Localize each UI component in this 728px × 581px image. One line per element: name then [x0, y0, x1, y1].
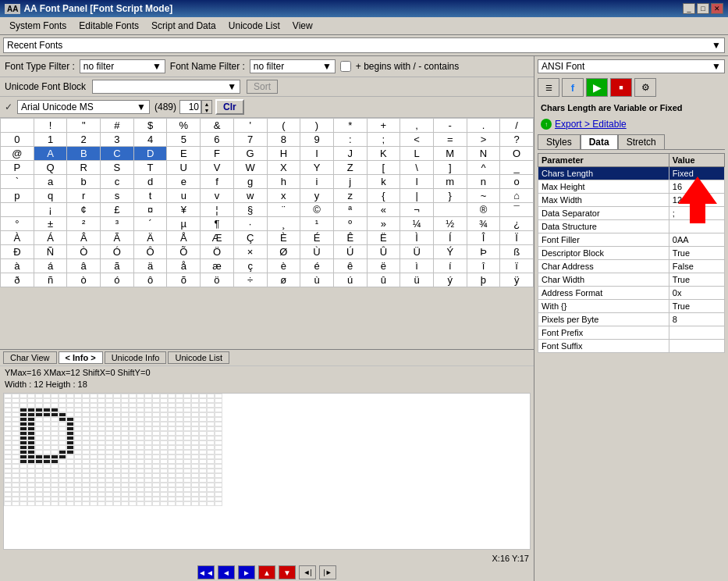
char-cell[interactable]: Ñ	[34, 245, 67, 259]
spin-up-button[interactable]: ▲	[202, 101, 211, 107]
char-cell[interactable]: e	[167, 175, 201, 189]
char-cell[interactable]: Ô	[133, 245, 167, 259]
pixel-cell[interactable]	[137, 501, 144, 506]
char-cell[interactable]: *	[333, 119, 367, 133]
char-cell[interactable]: á	[34, 259, 67, 273]
char-cell[interactable]: [	[367, 161, 400, 175]
char-cell[interactable]: %	[167, 119, 201, 133]
char-cell[interactable]: Æ	[201, 231, 234, 245]
rt-btn-fb[interactable]: f	[562, 78, 584, 97]
pixel-cell[interactable]	[35, 501, 43, 506]
char-cell[interactable]: 5	[167, 133, 201, 147]
export-link[interactable]: Export > Editable	[555, 119, 627, 130]
char-cell[interactable]: ÿ	[500, 273, 534, 287]
char-cell[interactable]: B	[67, 147, 101, 161]
pixel-cell[interactable]	[176, 501, 183, 506]
char-cell[interactable]: É	[300, 231, 334, 245]
char-cell[interactable]: 7	[233, 133, 267, 147]
pixel-cell[interactable]	[199, 501, 207, 506]
char-cell[interactable]: ·	[233, 217, 267, 231]
char-cell[interactable]: Ä	[133, 231, 167, 245]
char-cell[interactable]: Ë	[367, 231, 400, 245]
table-row[interactable]: Font Filler0AA	[538, 233, 725, 247]
char-cell[interactable]: 4	[133, 133, 167, 147]
minimize-button[interactable]: _	[683, 3, 695, 14]
char-cell[interactable]: Ó	[101, 245, 134, 259]
char-cell[interactable]: o	[500, 175, 534, 189]
char-cell[interactable]: Y	[300, 161, 334, 175]
table-row[interactable]: Font Suffix	[538, 340, 725, 353]
char-cell[interactable]: A	[34, 147, 67, 161]
char-cell[interactable]: V	[201, 161, 234, 175]
pixel-cell[interactable]	[51, 501, 59, 506]
menu-script-and-data[interactable]: Script and Data	[145, 19, 222, 33]
char-cell[interactable]: ]	[433, 161, 467, 175]
pixel-cell[interactable]	[105, 501, 113, 506]
char-cell[interactable]: l	[400, 175, 434, 189]
char-cell[interactable]: ¼	[400, 217, 434, 231]
char-cell[interactable]: T	[133, 161, 167, 175]
pixel-cell[interactable]	[183, 501, 191, 506]
char-cell[interactable]: Û	[367, 245, 400, 259]
char-cell[interactable]: O	[500, 147, 534, 161]
char-cell[interactable]: 1	[34, 133, 67, 147]
char-cell[interactable]: R	[67, 161, 101, 175]
font-name-dropdown[interactable]: no filter ▼	[250, 59, 336, 73]
char-cell[interactable]: F	[201, 147, 234, 161]
char-cell[interactable]: ñ	[34, 273, 67, 287]
char-cell[interactable]: æ	[201, 259, 234, 273]
char-cell[interactable]: v	[201, 189, 234, 203]
char-cell[interactable]: é	[300, 259, 334, 273]
char-cell[interactable]: ­	[433, 203, 467, 217]
char-cell[interactable]: ½	[433, 217, 467, 231]
char-cell[interactable]: ;	[367, 133, 400, 147]
char-cell[interactable]	[1, 203, 34, 217]
char-cell[interactable]: 2	[67, 133, 101, 147]
pixel-cell[interactable]	[90, 501, 98, 506]
char-cell[interactable]: M	[433, 147, 467, 161]
char-cell[interactable]: (	[267, 119, 300, 133]
pixel-cell[interactable]	[66, 501, 74, 506]
char-cell[interactable]: Í	[433, 231, 467, 245]
pixel-cell[interactable]	[113, 501, 121, 506]
char-cell[interactable]: ç	[233, 259, 267, 273]
char-cell[interactable]: 6	[201, 133, 234, 147]
char-cell[interactable]: ü	[400, 273, 434, 287]
char-cell[interactable]: Á	[34, 231, 67, 245]
table-row[interactable]: With {}True	[538, 300, 725, 313]
menu-view[interactable]: View	[286, 19, 319, 33]
char-cell[interactable]: X	[267, 161, 300, 175]
char-cell[interactable]: ¯	[500, 203, 534, 217]
char-cell[interactable]: <	[400, 133, 434, 147]
rt-btn-menu[interactable]: ☰	[538, 78, 559, 97]
char-cell[interactable]: H	[267, 147, 300, 161]
char-cell[interactable]: Þ	[467, 245, 500, 259]
char-cell[interactable]: Z	[333, 161, 367, 175]
char-cell[interactable]: ¥	[167, 203, 201, 217]
char-cell[interactable]: ã	[101, 259, 134, 273]
char-cell[interactable]: @	[1, 147, 34, 161]
pixel-cell[interactable]	[43, 501, 51, 506]
nav-btn-3[interactable]: ►	[238, 565, 255, 579]
font-type-dropdown[interactable]: no filter ▼	[80, 59, 165, 73]
char-cell[interactable]: °	[1, 217, 34, 231]
char-cell[interactable]: '	[233, 119, 267, 133]
char-cell[interactable]: b	[67, 175, 101, 189]
char-cell[interactable]: x	[267, 189, 300, 203]
char-cell[interactable]: ÷	[233, 273, 267, 287]
char-cell[interactable]: /	[500, 119, 534, 133]
nav-btn-1[interactable]: ◄◄	[197, 565, 215, 579]
char-cell[interactable]: +	[367, 119, 400, 133]
pixel-cell[interactable]	[27, 501, 35, 506]
char-cell[interactable]: ¿	[500, 217, 534, 231]
char-cell[interactable]: U	[167, 161, 201, 175]
char-cell[interactable]: º	[333, 217, 367, 231]
pixel-cell[interactable]	[129, 501, 137, 506]
nav-btn-6[interactable]: ◄|	[299, 565, 316, 579]
char-cell[interactable]: y	[300, 189, 334, 203]
char-cell[interactable]: \	[400, 161, 434, 175]
char-cell[interactable]: i	[300, 175, 334, 189]
char-cell[interactable]: }	[433, 189, 467, 203]
char-cell[interactable]: ^	[467, 161, 500, 175]
char-cell[interactable]: ¬	[400, 203, 434, 217]
